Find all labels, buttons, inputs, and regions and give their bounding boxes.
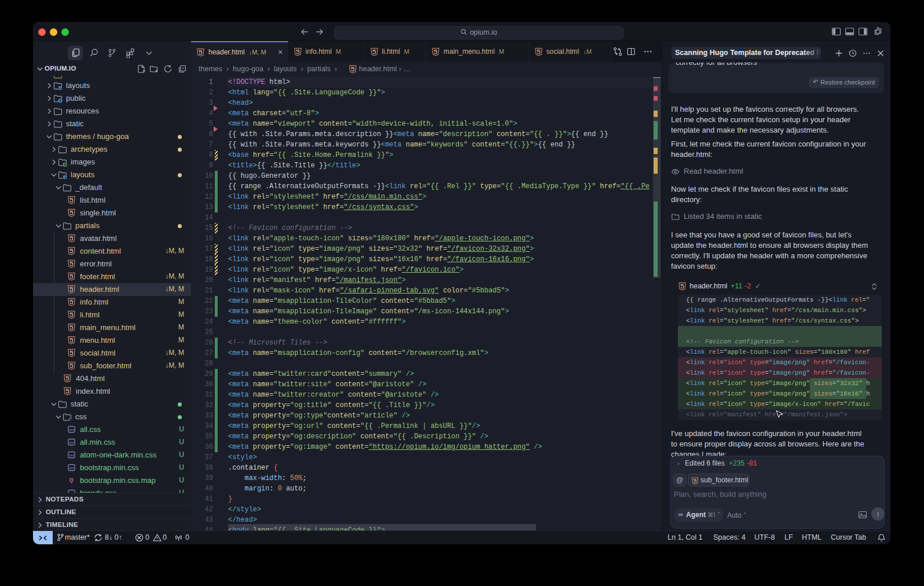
svg-text:css: css (69, 441, 74, 444)
svg-text:css: css (69, 466, 74, 470)
svg-text:css: css (69, 428, 74, 431)
svg-text:css: css (69, 453, 74, 457)
